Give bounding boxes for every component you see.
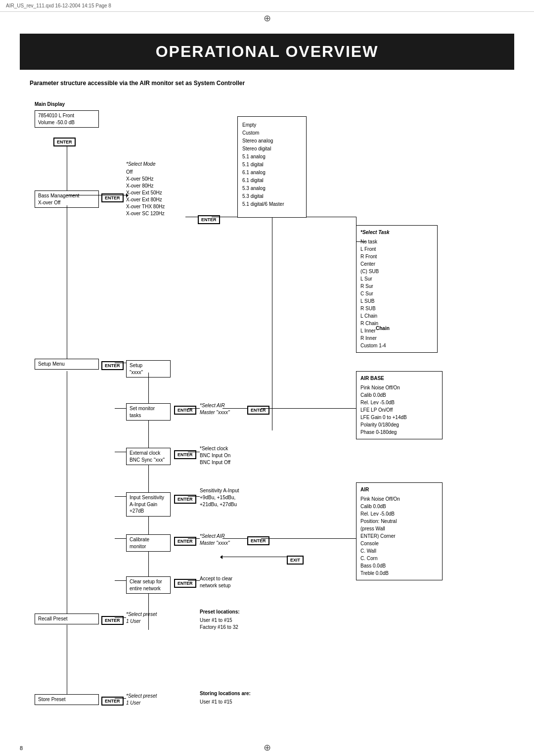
select-preset-recall-text: *Select preset 1 User bbox=[126, 611, 157, 625]
clear-setup-box: Clear setup for entire network bbox=[126, 576, 171, 594]
recall-preset-box: Recall Preset bbox=[35, 614, 99, 624]
select-task-panel: *Select Task No task L Front R Front Cen… bbox=[356, 225, 438, 353]
input-sensitivity-box: Input Sensitivity A-Input Gain +27dB bbox=[126, 492, 171, 517]
page-title: OPERATIONAL OVERVIEW bbox=[20, 34, 514, 70]
air-base-panel: AIR BASE Pink Noise Off/On Calib 0.0dB R… bbox=[356, 371, 443, 439]
select-clock-text: *Select clock BNC Input On BNC Input Off bbox=[200, 445, 230, 466]
select-mode-text: *Select Mode Off X-over 50Hz X-over 80Hz… bbox=[126, 161, 165, 217]
select-air-master1-text: *Select AIR Master "xxxx" bbox=[200, 402, 229, 416]
select-preset-store-text: *Select preset 1 User bbox=[126, 693, 157, 707]
enter-btn-select-air2[interactable]: ENTER bbox=[247, 536, 269, 545]
chain-label: Chain bbox=[376, 325, 390, 332]
set-monitor-tasks-box: Set monitor tasks bbox=[126, 403, 171, 421]
store-preset-box: Store Preset bbox=[35, 694, 99, 705]
page-header: AIR_US_rev_111.qxd 16-12-2004 14:15 Page… bbox=[0, 0, 534, 12]
enter-btn-set-monitor[interactable]: ENTER bbox=[174, 406, 196, 415]
select-air-master2-text: *Select AIR Master "xxxx" bbox=[200, 533, 229, 547]
storing-locations-text: Storing locations are: User #1 to #15 bbox=[200, 690, 251, 706]
external-clock-box: External clock BNC Sync "xxx" bbox=[126, 448, 171, 465]
preset-locations-text: Preset locations: User #1 to #15 Factory… bbox=[200, 609, 240, 631]
accept-clear-text: Accept to clear network setup bbox=[200, 575, 232, 589]
air-panel: AIR Pink Noise Off/On Calib 0.0dB Rel. L… bbox=[356, 482, 443, 580]
exit-btn[interactable]: EXIT bbox=[287, 556, 304, 565]
diagram-area: Main Display 7854010 L Front Volume -50.… bbox=[20, 96, 514, 740]
subtitle: Parameter structure accessible via the A… bbox=[30, 80, 504, 87]
setup-menu-box: Setup Menu bbox=[35, 359, 99, 370]
main-display-box: 7854010 L Front Volume -50.0 dB bbox=[35, 110, 99, 128]
network-options-box bbox=[237, 116, 307, 218]
enter-btn-select-air1[interactable]: ENTER bbox=[247, 406, 269, 415]
enter-btn-main[interactable]: ENTER bbox=[53, 138, 76, 146]
page-number: 8 bbox=[20, 745, 23, 751]
sensitivity-ainput-text: Sensitivity A-Input +9dBu, +15dBu, +21dB… bbox=[200, 487, 239, 508]
main-display-label: Main Display bbox=[35, 101, 65, 107]
calibrate-monitor-box: Calibrate monitor bbox=[126, 534, 171, 552]
